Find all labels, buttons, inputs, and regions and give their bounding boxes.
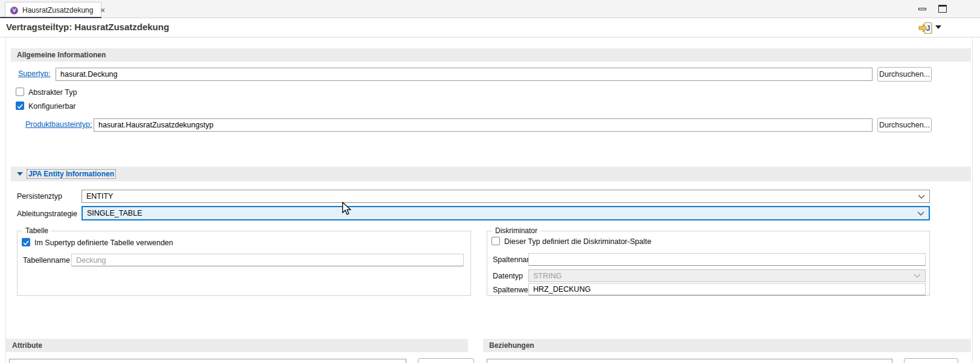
section-jpa-entity-informationen: JPA Entity Informationen: [11, 167, 971, 181]
vertragsteiltyp-icon: V: [10, 7, 18, 14]
persistenztyp-combo[interactable]: ENTITY: [82, 190, 930, 203]
section-title: Beziehungen: [489, 341, 534, 350]
abstrakter-typ-checkbox[interactable]: [16, 88, 24, 96]
maximize-icon[interactable]: [938, 5, 947, 13]
konfigurierbar-checkbox[interactable]: [16, 101, 24, 110]
diskriminator-column-checkbox[interactable]: [492, 237, 500, 245]
ableitungstrategie-combo[interactable]: SINGLE_TABLE: [82, 206, 930, 220]
produktbausteintyp-input[interactable]: [94, 118, 873, 132]
chevron-down-icon: [914, 274, 921, 278]
chevron-down-icon: [918, 194, 925, 199]
beziehungen-filter-input[interactable]: [487, 359, 892, 363]
form-header: Vertragsteiltyp: HausratZusatzdekung: [0, 18, 980, 37]
tabelle-group-title: Tabelle: [22, 226, 51, 235]
attribute-add-button[interactable]: [418, 358, 474, 363]
supertype-table-checkbox[interactable]: [22, 238, 30, 246]
content-left-border: [5, 38, 6, 363]
persistenztyp-value: ENTITY: [86, 192, 113, 201]
supertyp-input[interactable]: [56, 68, 873, 81]
ableitungstrategie-value: SINGLE_TABLE: [87, 209, 142, 217]
java-export-icon[interactable]: J: [918, 22, 933, 35]
diskriminator-column-label: Dieser Typ definiert die Diskriminator-S…: [504, 237, 652, 246]
tabellenname-label: Tabellenname: [23, 256, 70, 265]
active-tab-indicator: [0, 17, 101, 18]
page-title: Vertragsteiltyp: HausratZusatzdekung: [6, 22, 169, 32]
editor-window: V HausratZusatzdekung ✕ Vertragsteiltyp:…: [0, 0, 980, 363]
spaltenwert-label: Spaltenwert: [493, 286, 533, 294]
datentyp-combo: STRING: [528, 269, 926, 282]
minimize-icon[interactable]: [918, 8, 926, 10]
editor-tab-bar: V HausratZusatzdekung ✕: [0, 0, 980, 18]
tab-label: HausratZusatzdekung: [22, 6, 93, 14]
section-allgemeine-informationen: Allgemeine Informationen: [11, 48, 971, 62]
supertype-table-label: Im Supertyp definierte Tabelle verwenden: [34, 239, 173, 247]
tab-hausratzusatzdekung[interactable]: V HausratZusatzdekung ✕: [5, 2, 101, 18]
section-beziehungen: Beziehungen: [483, 339, 971, 352]
supertyp-link[interactable]: Supertyp:: [18, 69, 51, 78]
section-attribute: Attribute: [6, 339, 468, 352]
section-title: Attribute: [12, 341, 42, 350]
datentyp-value: STRING: [533, 272, 562, 280]
datentyp-label: Datentyp: [493, 272, 523, 280]
content-right-border: [972, 38, 973, 363]
produktbausteintyp-link[interactable]: Produktbausteintyp:: [25, 120, 92, 129]
produktbausteintyp-browse-button[interactable]: Durchsuchen...: [877, 118, 932, 132]
chevron-down-icon: [917, 211, 924, 216]
collapse-twistie-icon[interactable]: [17, 172, 23, 176]
ableitungstrategie-label: Ableitungstrategie: [17, 210, 77, 218]
abstrakter-typ-label: Abstrakter Typ: [28, 88, 77, 97]
tabellenname-input: [71, 254, 464, 266]
supertyp-browse-button[interactable]: Durchsuchen...: [877, 67, 932, 82]
export-dropdown-icon[interactable]: [935, 25, 941, 29]
beziehungen-add-button[interactable]: [904, 358, 958, 363]
checkmark-icon: [23, 237, 29, 248]
spaltenwert-input[interactable]: [528, 283, 926, 295]
persistenztyp-label: Persistenztyp: [17, 192, 62, 201]
section-title: Allgemeine Informationen: [17, 51, 106, 59]
diskriminator-group-title: Diskriminator: [492, 226, 540, 235]
konfigurierbar-label: Konfigurierbar: [28, 102, 76, 111]
attribute-filter-input[interactable]: [9, 359, 406, 363]
checkmark-icon: [17, 100, 23, 111]
spaltenname-input[interactable]: [528, 253, 926, 266]
jpa-section-toggle[interactable]: JPA Entity Informationen: [27, 170, 115, 178]
tab-close-icon[interactable]: ✕: [98, 7, 106, 14]
